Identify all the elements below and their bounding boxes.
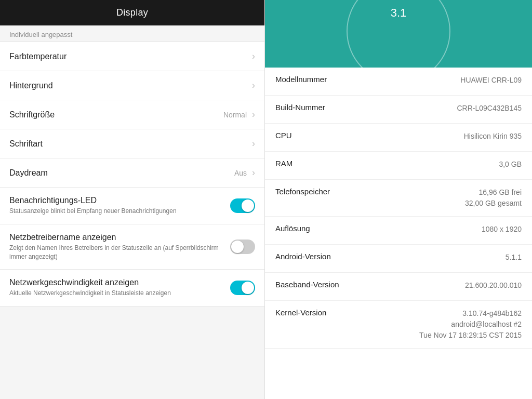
info-label: RAM [275, 159, 364, 168]
info-row: CPUHisilicon Kirin 935 [265, 124, 532, 152]
setting-title-schriftgroesse: Schriftgröße [9, 110, 223, 119]
info-label: Auflösung [275, 224, 364, 233]
info-row: ModellnummerHUAWEI CRR-L09 [265, 68, 532, 96]
toggle-netzwerkgeschwindigkeit[interactable] [230, 281, 255, 295]
info-label: Android-Version [275, 252, 364, 261]
right-header: 3.1 [265, 0, 532, 68]
left-header: Display [0, 0, 264, 25]
section-label: Individuell angepasst [0, 25, 264, 42]
info-value: HUAWEI CRR-L09 [364, 75, 522, 86]
info-value: 1080 x 1920 [364, 224, 522, 235]
setting-title-netzbetreibername: Netzbetreibername anzeigen [9, 233, 230, 242]
chevron-icon-hintergrund: › [252, 80, 255, 91]
info-row: Auflösung1080 x 1920 [265, 217, 532, 245]
left-panel: Display Individuell angepasst Farbtemper… [0, 0, 265, 399]
info-row: Build-NummerCRR-L09C432B145 [265, 96, 532, 124]
setting-item-netzbetreibername[interactable]: Netzbetreibername anzeigenZeigt den Name… [0, 224, 264, 270]
setting-subtitle-netzbetreibername: Zeigt den Namen Ihres Betreibers in der … [9, 244, 230, 261]
toggle-knob-benachrichtigungs-led [242, 200, 254, 212]
info-row: RAM3,0 GB [265, 152, 532, 180]
setting-title-daydream: Daydream [9, 168, 234, 178]
info-label: Baseband-Version [275, 280, 364, 289]
info-value: Hisilicon Kirin 935 [364, 131, 522, 142]
setting-title-benachrichtigungs-led: Benachrichtigungs-LED [9, 196, 230, 205]
settings-list: Farbtemperatur›Hintergrund›SchriftgrößeN… [0, 42, 264, 307]
left-header-title: Display [116, 7, 148, 18]
setting-title-netzwerkgeschwindigkeit: Netzwerkgeschwindigkeit anzeigen [9, 278, 230, 287]
setting-subtitle-netzwerkgeschwindigkeit: Aktuelle Netzwerkgeschwindigkeit in Stat… [9, 289, 230, 298]
info-table: ModellnummerHUAWEI CRR-L09Build-NummerCR… [265, 68, 532, 399]
info-value: CRR-L09C432B145 [364, 103, 522, 114]
info-label: Modellnummer [275, 75, 364, 84]
setting-item-schriftgroesse[interactable]: SchriftgrößeNormal› [0, 100, 264, 129]
toggle-netzbetreibername[interactable] [230, 240, 255, 254]
setting-item-farbtemperatur[interactable]: Farbtemperatur› [0, 42, 264, 71]
android-version-display: 3.1 [391, 6, 407, 20]
toggle-knob-netzbetreibername [231, 241, 244, 253]
chevron-icon-farbtemperatur: › [252, 51, 255, 62]
setting-item-benachrichtigungs-led[interactable]: Benachrichtigungs-LEDStatusanzeige blink… [0, 188, 264, 224]
setting-title-hintergrund: Hintergrund [9, 81, 250, 90]
info-value: 5.1.1 [364, 252, 522, 263]
info-value: 3,0 GB [364, 159, 522, 170]
setting-title-farbtemperatur: Farbtemperatur [9, 52, 250, 61]
info-value: 21.600.20.00.010 [364, 280, 522, 291]
setting-subtitle-benachrichtigungs-led: Statusanzeige blinkt bei Empfang neuer B… [9, 207, 230, 216]
info-label: Kernel-Version [275, 308, 364, 317]
toggle-knob-netzwerkgeschwindigkeit [242, 282, 254, 294]
info-row: Baseband-Version21.600.20.00.010 [265, 273, 532, 301]
right-panel: 3.1 ModellnummerHUAWEI CRR-L09Build-Numm… [265, 0, 532, 399]
info-row: Kernel-Version3.10.74-g484b162 android@l… [265, 301, 532, 349]
info-label: Telefonspeicher [275, 187, 364, 196]
info-row: Android-Version5.1.1 [265, 245, 532, 273]
setting-item-daydream[interactable]: DaydreamAus› [0, 158, 264, 188]
chevron-icon-daydream: › [252, 167, 255, 178]
setting-value-daydream: Aus [234, 169, 247, 177]
toggle-benachrichtigungs-led[interactable] [230, 198, 255, 213]
info-label: Build-Nummer [275, 103, 364, 112]
setting-item-netzwerkgeschwindigkeit[interactable]: Netzwerkgeschwindigkeit anzeigenAktuelle… [0, 270, 264, 307]
setting-item-hintergrund[interactable]: Hintergrund› [0, 71, 264, 100]
chevron-icon-schriftart: › [252, 138, 255, 149]
setting-value-schriftgroesse: Normal [223, 111, 247, 119]
chevron-icon-schriftgroesse: › [252, 109, 255, 120]
info-value: 16,96 GB frei 32,00 GB gesamt [364, 187, 522, 209]
info-value: 3.10.74-g484b162 android@localhost #2 Tu… [364, 308, 522, 341]
setting-title-schriftart: Schriftart [9, 139, 250, 149]
info-label: CPU [275, 131, 364, 140]
setting-item-schriftart[interactable]: Schriftart› [0, 129, 264, 158]
info-row: Telefonspeicher16,96 GB frei 32,00 GB ge… [265, 180, 532, 217]
